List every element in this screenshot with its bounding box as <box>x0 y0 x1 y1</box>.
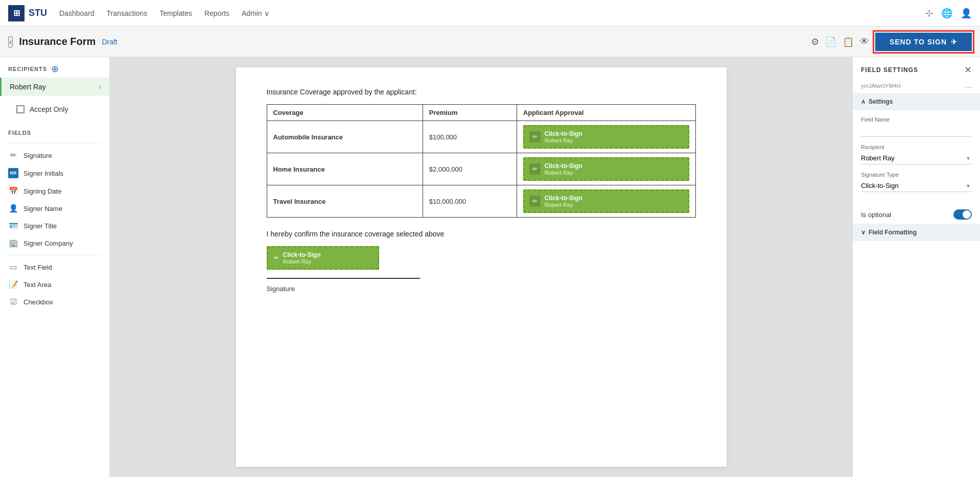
back-button[interactable]: ‹ <box>8 36 13 47</box>
main-layout: RECIPIENTS ⊕ Robert Ray › Accept Only FI… <box>0 57 980 477</box>
nav-dashboard[interactable]: Dashboard <box>59 9 95 17</box>
coverage-travel: Travel Insurance <box>267 185 423 218</box>
recipient-robert-ray[interactable]: Robert Ray › <box>0 78 109 96</box>
recipient-select[interactable]: Robert Ray <box>861 152 972 164</box>
col-approval: Applicant Approval <box>517 105 695 121</box>
premium-auto: $100,000 <box>423 121 517 153</box>
panel-form: Field Name Recipient Robert Ray Signatur… <box>853 110 980 205</box>
premium-home: $2,000,000 <box>423 153 517 185</box>
more-options-button[interactable]: ··· <box>965 83 972 92</box>
checkbox-icon <box>16 105 25 113</box>
settings-section-header[interactable]: ∧ Settings <box>853 93 980 110</box>
sign-block-travel[interactable]: ✏ Click-to-Sign Robert Ray <box>523 189 689 213</box>
pen-sign-icon3: ✏ <box>529 196 541 207</box>
col-coverage: Coverage <box>267 105 423 121</box>
field-signer-company[interactable]: 🏢 Signer Company <box>0 234 109 252</box>
send-to-sign-button[interactable]: SEND TO SIGN ✈ <box>875 33 972 51</box>
sig-cell-home: ✏ Click-to-Sign Robert Ray <box>517 153 695 185</box>
field-text-area[interactable]: 📝 Text Area <box>0 276 109 293</box>
recipient-select-wrapper: Robert Ray <box>861 152 972 164</box>
accept-only-item[interactable]: Accept Only <box>8 101 101 117</box>
sig-cell-auto: ✏ Click-to-Sign Robert Ray <box>517 121 695 153</box>
nav-icons: ⊹ 🌐 👤 <box>925 8 972 19</box>
send-icon: ✈ <box>951 38 958 46</box>
pen-sign-icon: ✏ <box>529 131 541 142</box>
chevron-right-icon: › <box>99 83 101 91</box>
chevron-down-icon: ∨ <box>264 9 269 17</box>
bottom-sign-area: ✏ Click-to-Sign Robert Ray Signature <box>267 246 696 293</box>
clipboard-icon[interactable]: 📋 <box>843 36 854 47</box>
right-panel: FIELD SETTINGS ✕ ymJAtwctYM4H ··· ∧ Sett… <box>852 57 980 477</box>
recipient-label: Recipient <box>861 144 972 150</box>
nav-reports[interactable]: Reports <box>204 9 229 17</box>
add-recipient-button[interactable]: ⊕ <box>51 64 59 74</box>
logo-icon: ⊞ <box>8 5 25 21</box>
eye-icon[interactable]: 👁 <box>860 36 869 47</box>
nav-admin[interactable]: Admin ∨ <box>242 9 269 17</box>
text-area-icon: 📝 <box>8 280 18 289</box>
logo-area: ⊞ STU <box>8 5 47 21</box>
field-signing-date[interactable]: 📅 Signing Date <box>0 182 109 200</box>
header-actions: ⚙ 📄 📋 👁 SEND TO SIGN ✈ <box>811 33 972 51</box>
table-row: Automobile Insurance $100,000 ✏ Click-to… <box>267 121 695 153</box>
field-formatting-section[interactable]: ∨ Field Formatting <box>853 224 980 241</box>
nav-templates[interactable]: Templates <box>159 9 192 17</box>
signature-type-label: Signature Type <box>861 172 972 178</box>
nav-links: Dashboard Transactions Templates Reports… <box>59 9 913 17</box>
field-signer-title[interactable]: 🪪 Signer Title <box>0 217 109 234</box>
table-row: Travel Insurance $10,000,000 ✏ Click-to-… <box>267 185 695 218</box>
table-row: Home Insurance $2,000,000 ✏ Click-to-Sig… <box>267 153 695 185</box>
field-signer-name[interactable]: 👤 Signer Name <box>0 200 109 217</box>
pen-icon: ✏ <box>8 151 18 160</box>
signature-type-select-wrapper: Click-to-Sign <box>861 180 972 192</box>
close-panel-button[interactable]: ✕ <box>964 64 972 76</box>
field-signer-initials[interactable]: RR Signer Initials <box>0 164 109 182</box>
sig-cell-travel: ✏ Click-to-Sign Robert Ray <box>517 185 695 218</box>
text-field-icon: ▭ <box>8 263 18 272</box>
coverage-home: Home Insurance <box>267 153 423 185</box>
field-name-label: Field Name <box>861 116 972 123</box>
field-checkbox[interactable]: ☑ Checkbox <box>0 293 109 311</box>
status-badge: Draft <box>102 38 117 46</box>
col-premium: Premium <box>423 105 517 121</box>
left-sidebar: RECIPIENTS ⊕ Robert Ray › Accept Only FI… <box>0 57 110 477</box>
field-text-field[interactable]: ▭ Text Field <box>0 258 109 276</box>
coverage-table: Coverage Premium Applicant Approval Auto… <box>267 104 696 218</box>
globe-icon[interactable]: 🌐 <box>941 8 952 19</box>
divider2 <box>8 255 101 255</box>
panel-field-id: ymJAtwctYM4H ··· <box>853 83 980 93</box>
badge-icon: 🪪 <box>8 221 18 230</box>
document-area: Insurance Coverage approved by the appli… <box>236 67 727 467</box>
recipient-group: Recipient Robert Ray <box>861 144 972 164</box>
calendar-icon: 📅 <box>8 186 18 196</box>
recipients-section-title: RECIPIENTS ⊕ <box>0 57 109 78</box>
sign-block-auto[interactable]: ✏ Click-to-Sign Robert Ray <box>523 125 689 149</box>
coverage-auto: Automobile Insurance <box>267 121 423 153</box>
document-icon[interactable]: 📄 <box>825 36 836 47</box>
is-optional-label: Is optional <box>861 211 891 219</box>
signature-label: Signature <box>267 285 696 293</box>
signature-type-select[interactable]: Click-to-Sign <box>861 180 972 192</box>
pen-sign-icon2: ✏ <box>529 163 541 175</box>
network-icon[interactable]: ⊹ <box>925 8 933 19</box>
premium-travel: $10,000,000 <box>423 185 517 218</box>
field-name-input[interactable] <box>861 125 972 137</box>
panel-header: FIELD SETTINGS ✕ <box>853 57 980 83</box>
pen-sign-icon4: ✏ <box>274 254 279 261</box>
signature-underline <box>267 278 420 279</box>
is-optional-toggle[interactable] <box>953 209 972 220</box>
nav-transactions[interactable]: Transactions <box>107 9 148 17</box>
initials-icon: RR <box>8 168 18 178</box>
bottom-sign-block[interactable]: ✏ Click-to-Sign Robert Ray <box>267 246 379 270</box>
user-icon[interactable]: 👤 <box>961 8 972 19</box>
header-bar: ‹ Insurance Form Draft ⚙ 📄 📋 👁 SEND TO S… <box>0 27 980 57</box>
field-signature[interactable]: ✏ Signature <box>0 147 109 164</box>
is-optional-row: Is optional <box>853 205 980 224</box>
settings-icon[interactable]: ⚙ <box>811 36 819 47</box>
center-content: Insurance Coverage approved by the appli… <box>110 57 852 477</box>
chevron-down-icon: ∨ <box>861 229 866 236</box>
sign-block-home[interactable]: ✏ Click-to-Sign Robert Ray <box>523 157 689 181</box>
fields-section-title: FIELDS <box>0 123 109 140</box>
intro-text: Insurance Coverage approved by the appli… <box>267 88 696 96</box>
checkbox-field-icon: ☑ <box>8 297 18 306</box>
